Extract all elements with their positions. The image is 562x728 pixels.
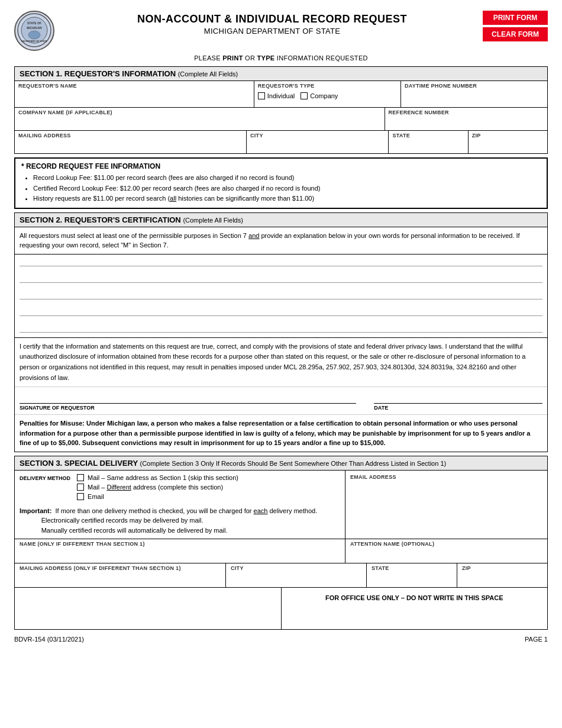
zip-label: ZIP [472, 133, 544, 138]
signature-field: SIGNATURE OF REQUESTOR [20, 391, 356, 411]
section3-state-input[interactable] [372, 577, 452, 584]
section2-penalty-text: Penalties for Misuse: Under Michigan law… [15, 415, 547, 452]
office-left-blank [15, 588, 282, 629]
section3-city-label: CITY [231, 565, 361, 571]
sub-title: MICHIGAN DEPARTMENT OF STATE [62, 27, 483, 36]
daytime-phone-cell: DAYTIME PHONE NUMBER [401, 81, 547, 107]
company-name-cell: COMPANY NAME (IF APPLICABLE) [15, 108, 385, 130]
section2-heading: SECTION 2. REQUESTOR'S CERTIFICATION [20, 215, 181, 224]
city-input[interactable] [250, 144, 385, 152]
zip-input[interactable] [472, 144, 544, 152]
fee-item-3: History requests are $11.00 per record s… [33, 194, 541, 204]
state-seal: STATE OF MICHIGAN SECRETARY OF STATE [14, 11, 54, 51]
section3-name-input[interactable] [20, 553, 340, 560]
email-address-input[interactable] [350, 486, 542, 493]
page-number: PAGE 1 [525, 636, 548, 643]
section3-address-label: MAILING ADDRESS (ONLY IF DIFFERENT THAN … [20, 565, 221, 571]
daytime-phone-input[interactable] [405, 95, 544, 102]
section2-heading-sub: (Complete All Fields) [183, 217, 243, 224]
email-address-label: EMAIL ADDRESS [350, 474, 542, 480]
requestor-type-label: REQUESTOR'S TYPE [258, 83, 397, 89]
date-field: DATE [374, 391, 542, 411]
section3-important: Important: If more than one delivery met… [20, 506, 340, 536]
state-cell: STATE [389, 131, 468, 153]
mail-same-option[interactable]: Mail – Same address as Section 1 (skip t… [77, 474, 238, 481]
delivery-options: Mail – Same address as Section 1 (skip t… [77, 474, 238, 502]
write-line-2[interactable] [20, 273, 542, 283]
attention-name-label: ATTENTION NAME (OPTIONAL) [350, 541, 542, 547]
clear-button[interactable]: CLEAR FORM [483, 27, 548, 41]
button-area: PRINT FORM CLEAR FORM [483, 11, 548, 41]
requestor-type-cell: REQUESTOR'S TYPE Individual Company [254, 81, 401, 107]
delivery-method-label: DELIVERY METHOD [20, 474, 70, 481]
section3-heading-sub: (Complete Section 3 Only If Records Shou… [140, 460, 447, 467]
mail-diff-checkbox[interactable] [77, 484, 84, 491]
section1-heading: SECTION 1. REQUESTOR'S INFORMATION [20, 69, 176, 78]
reference-number-cell: REFERENCE NUMBER [385, 108, 548, 130]
section3-zip-input[interactable] [462, 577, 542, 584]
footer: BDVR-154 (03/11/2021) PAGE 1 [14, 636, 548, 643]
section2-description: All requestors must select at least one … [15, 227, 547, 255]
individual-checkbox-item[interactable]: Individual [258, 92, 295, 99]
city-cell: CITY [247, 131, 389, 153]
section3-address-cell: MAILING ADDRESS (ONLY IF DIFFERENT THAN … [15, 563, 226, 587]
section3-city-input[interactable] [231, 577, 361, 584]
email-option[interactable]: Email [77, 493, 238, 500]
section3-header: SECTION 3. SPECIAL DELIVERY (Complete Se… [15, 456, 547, 471]
fee-title: * RECORD REQUEST FEE INFORMATION [21, 162, 541, 170]
section3-box: SECTION 3. SPECIAL DELIVERY (Complete Se… [14, 456, 548, 630]
write-line-4[interactable] [20, 307, 542, 316]
date-line[interactable] [374, 391, 542, 404]
section3-name-row: NAME (ONLY IF DIFFERENT THAN SECTION 1) … [15, 539, 547, 563]
svg-text:STATE OF: STATE OF [27, 21, 41, 25]
section3-name-cell: NAME (ONLY IF DIFFERENT THAN SECTION 1) [15, 539, 345, 563]
attention-name-input[interactable] [350, 553, 542, 560]
company-name-input[interactable] [18, 121, 381, 128]
section3-state-cell: STATE [367, 563, 457, 587]
reference-number-input[interactable] [389, 121, 544, 128]
state-input[interactable] [392, 144, 464, 152]
print-button[interactable]: PRINT FORM [483, 11, 548, 25]
signature-line[interactable] [20, 391, 356, 404]
section3-name-label: NAME (ONLY IF DIFFERENT THAN SECTION 1) [20, 541, 340, 547]
fee-list: Record Lookup Fee: $11.00 per record sea… [21, 173, 541, 204]
svg-text:SECRETARY OF STATE: SECRETARY OF STATE [21, 40, 48, 43]
email-checkbox[interactable] [77, 493, 84, 500]
mail-same-checkbox[interactable] [77, 474, 84, 481]
date-label: DATE [374, 405, 542, 411]
section2-header: SECTION 2. REQUESTOR'S CERTIFICATION (Co… [15, 213, 547, 227]
requestor-type-checkboxes: Individual Company [258, 92, 397, 99]
logo-area: STATE OF MICHIGAN SECRETARY OF STATE [14, 11, 62, 51]
section2-signature-row: SIGNATURE OF REQUESTOR DATE [15, 387, 547, 415]
write-line-3[interactable] [20, 290, 542, 299]
individual-label: Individual [267, 92, 295, 99]
section3-city-cell: CITY [226, 563, 367, 587]
requestor-name-input[interactable] [18, 95, 250, 102]
mailing-address-input[interactable] [18, 144, 243, 152]
individual-checkbox[interactable] [258, 92, 265, 99]
city-label: CITY [250, 133, 385, 138]
requestor-name-label: REQUESTOR'S NAME [18, 83, 250, 89]
delivery-method-cell: DELIVERY METHOD Mail – Same address as S… [15, 471, 345, 539]
mail-diff-option[interactable]: Mail – Different address (complete this … [77, 484, 238, 491]
requestor-name-cell: REQUESTOR'S NAME [15, 81, 254, 107]
office-use-cell: FOR OFFICE USE ONLY – DO NOT WRITE IN TH… [282, 588, 548, 629]
mail-diff-label: Mail – Different address (complete this … [88, 484, 223, 491]
company-checkbox-item[interactable]: Company [301, 92, 338, 99]
section3-zip-label: ZIP [462, 565, 542, 571]
write-line-1[interactable] [20, 257, 542, 266]
write-line-5[interactable] [20, 323, 542, 333]
form-number: BDVR-154 (03/11/2021) [14, 636, 84, 643]
section3-zip-cell: ZIP [457, 563, 547, 587]
company-label: Company [310, 92, 338, 99]
company-checkbox[interactable] [301, 92, 308, 99]
section1-row2: COMPANY NAME (IF APPLICABLE) REFERENCE N… [15, 108, 547, 131]
state-label: STATE [392, 133, 464, 138]
section1-row1: REQUESTOR'S NAME REQUESTOR'S TYPE Indivi… [15, 81, 547, 108]
section2-box: SECTION 2. REQUESTOR'S CERTIFICATION (Co… [14, 212, 548, 452]
company-name-label: COMPANY NAME (IF APPLICABLE) [18, 109, 381, 115]
section3-address-input[interactable] [20, 577, 221, 584]
section2-write-lines[interactable] [15, 255, 547, 338]
signature-label: SIGNATURE OF REQUESTOR [20, 405, 356, 411]
zip-cell: ZIP [469, 131, 547, 153]
